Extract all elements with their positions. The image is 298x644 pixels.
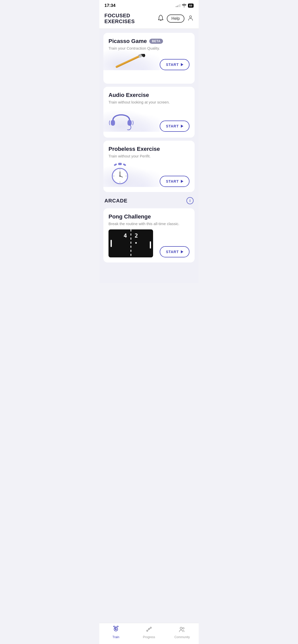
notification-bell-icon[interactable] [158, 14, 164, 23]
arcade-title: ARCADE [104, 198, 127, 204]
play-icon [181, 125, 183, 128]
svg-point-19 [119, 175, 120, 177]
probeless-image [109, 162, 160, 187]
audio-start-button[interactable]: START [160, 121, 189, 132]
audio-subtitle: Train without looking at your screen. [109, 100, 189, 104]
pong-challenge-card: Pong Challenge Break the routine with th… [103, 208, 195, 262]
picasso-card-body: START [109, 54, 189, 75]
probeless-title: Probeless Exercise [109, 146, 160, 152]
arcade-section-header: ARCADE i [103, 195, 195, 205]
audio-title: Audio Exercise [109, 92, 149, 98]
pong-score-right: 2 [135, 232, 138, 239]
pong-card-body: 4 2 START [109, 229, 189, 262]
status-icons: 69 [176, 4, 194, 8]
main-content: Picasso Game BETA Train your Contraction… [99, 29, 199, 283]
svg-rect-9 [118, 163, 122, 165]
arcade-info-button[interactable]: i [186, 197, 194, 204]
pong-subtitle: Break the routine with this all-time cla… [109, 222, 189, 226]
picasso-title: Picasso Game [109, 38, 147, 45]
picasso-title-row: Picasso Game BETA [109, 38, 189, 45]
pong-score: 4 2 [109, 232, 153, 239]
picasso-game-card: Picasso Game BETA Train your Contraction… [103, 33, 195, 84]
pong-game-preview: 4 2 [109, 229, 153, 257]
page-title: FOCUSED EXERCISES [104, 13, 155, 24]
profile-icon[interactable] [187, 14, 194, 23]
help-button[interactable]: Help [167, 14, 184, 23]
svg-rect-10 [114, 163, 117, 166]
pong-score-left: 4 [124, 232, 127, 239]
play-icon [181, 180, 183, 183]
audio-title-row: Audio Exercise [109, 92, 189, 98]
wifi-icon [182, 4, 186, 8]
pong-start-button[interactable]: START [160, 246, 189, 257]
probeless-title-row: Probeless Exercise [109, 146, 189, 152]
picasso-image [109, 54, 160, 70]
pong-ball [135, 242, 137, 244]
audio-exercise-card: Audio Exercise Train without looking at … [103, 87, 195, 138]
play-icon [181, 63, 183, 66]
pong-paddle-left [111, 240, 112, 247]
paintbrush-icon [109, 54, 149, 69]
svg-rect-7 [111, 120, 115, 126]
audio-card-body: START [109, 108, 189, 137]
probeless-subtitle: Train without your Perifit. [109, 154, 189, 158]
battery-icon: 69 [188, 4, 194, 8]
app-header: FOCUSED EXERCISES Help [99, 10, 199, 29]
probeless-card-body: START [109, 162, 189, 192]
headphones-icon [109, 108, 134, 131]
probeless-start-button[interactable]: START [160, 176, 189, 187]
beta-badge: BETA [149, 39, 163, 44]
pong-title: Pong Challenge [109, 213, 151, 220]
audio-image [109, 108, 160, 132]
status-time: 17:34 [104, 3, 115, 8]
play-icon [181, 250, 183, 253]
stopwatch-icon [109, 162, 131, 186]
picasso-start-button[interactable]: START [160, 59, 189, 70]
svg-point-0 [189, 16, 192, 18]
pong-title-row: Pong Challenge [109, 213, 189, 220]
svg-rect-11 [123, 163, 126, 166]
signal-icon [176, 4, 180, 7]
status-bar: 17:34 69 [99, 0, 199, 10]
probeless-exercise-card: Probeless Exercise Train without your Pe… [103, 141, 195, 192]
svg-rect-2 [115, 55, 140, 67]
pong-paddle-right [150, 241, 151, 248]
